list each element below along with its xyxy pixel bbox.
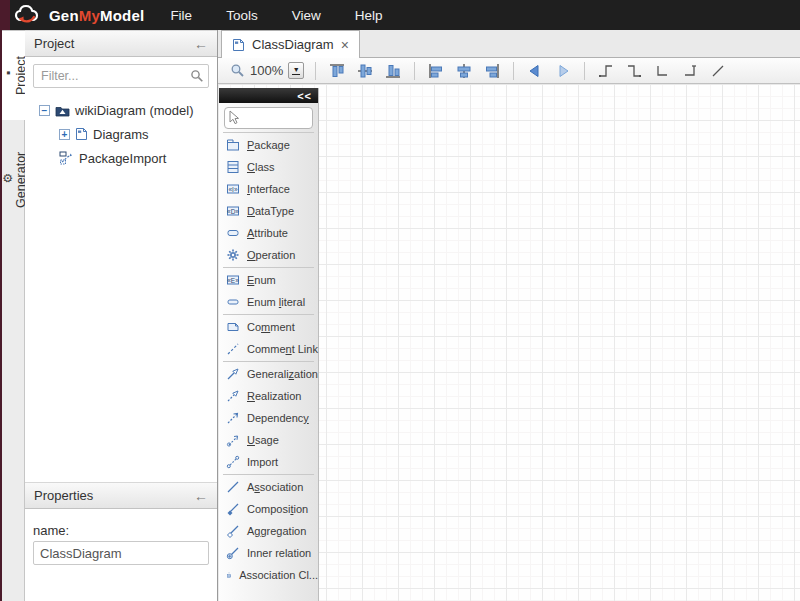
magnifier-icon <box>230 63 245 78</box>
palette-separator <box>223 314 314 315</box>
package-import-icon <box>59 151 74 165</box>
palette-item-comment-link[interactable]: Comment Link <box>219 338 318 360</box>
tree-row-model[interactable]: − wikiDiagram (model) <box>25 98 217 122</box>
realization-icon <box>226 389 240 403</box>
association-class-icon <box>226 568 232 582</box>
palette-item-operation[interactable]: Operation <box>219 244 318 266</box>
palette-item-association[interactable]: Association <box>219 476 318 498</box>
tab-close-icon[interactable]: × <box>341 38 349 52</box>
palette-separator <box>223 474 314 475</box>
palette-item-class[interactable]: Class <box>219 156 318 178</box>
route-corner-end-button[interactable] <box>678 60 702 82</box>
route-step-down-button[interactable] <box>622 60 646 82</box>
palette-item-package[interactable]: Package <box>219 134 318 156</box>
menu-tools[interactable]: Tools <box>226 8 258 23</box>
toolbar-separator <box>315 62 316 80</box>
class-icon <box>226 160 240 174</box>
palette-item-enum[interactable]: «E» Enum <box>219 269 318 291</box>
palette-separator <box>223 361 314 362</box>
palette-item-datatype[interactable]: «D» DataType <box>219 200 318 222</box>
editor-tab-bar: ClassDiagram × <box>218 30 800 58</box>
flip-right-button[interactable] <box>551 60 575 82</box>
flip-left-button[interactable] <box>523 60 547 82</box>
aggregation-icon <box>226 524 240 538</box>
app-title: GenMyModel <box>49 7 144 24</box>
collapse-properties-arrow-icon[interactable]: ← <box>194 489 208 503</box>
palette-collapse-button[interactable]: << <box>297 90 312 102</box>
palette-item-generalization[interactable]: Generalization <box>219 363 318 385</box>
usage-icon <box>226 433 240 447</box>
toolbar-separator <box>414 62 415 80</box>
palette-header: << <box>219 88 318 103</box>
route-corner-button[interactable] <box>650 60 674 82</box>
menu-help[interactable]: Help <box>355 8 383 23</box>
comment-icon <box>226 320 240 334</box>
tree-row-packageimport[interactable]: PackageImport <box>25 146 217 170</box>
palette-item-usage[interactable]: Usage <box>219 429 318 451</box>
palette-item-composition[interactable]: Composition <box>219 498 318 520</box>
import-icon <box>226 455 240 469</box>
name-input[interactable] <box>33 541 209 565</box>
palette-separator <box>223 267 314 268</box>
sidebar-tab-generator[interactable]: ⚙ Generator <box>2 121 25 239</box>
collapse-panel-arrow-icon[interactable]: ← <box>194 37 208 51</box>
selection-tool-button[interactable] <box>224 107 313 129</box>
menu-file[interactable]: File <box>170 8 192 23</box>
filter-input[interactable] <box>33 64 209 88</box>
window-left-edge <box>0 30 2 601</box>
palette-item-aggregation[interactable]: Aggregation <box>219 520 318 542</box>
diagram-tab-icon <box>232 38 245 52</box>
tree-row-diagrams[interactable]: + Diagrams <box>25 122 217 146</box>
menubar: GenMyModel File Tools View Help <box>0 0 800 30</box>
side-tab-strip: ▪ Project ⚙ Generator <box>2 30 25 601</box>
menu-list: File Tools View Help <box>170 8 382 23</box>
project-panel-title: Project <box>34 36 74 51</box>
project-icon: ▪ <box>1 68 15 80</box>
search-icon <box>190 69 204 83</box>
svg-text:«E»: «E» <box>227 277 239 284</box>
project-panel: Project ← − wikiDiagram (model) + Diagra… <box>25 30 218 601</box>
palette-item-attribute[interactable]: Attribute <box>219 222 318 244</box>
menu-view[interactable]: View <box>292 8 321 23</box>
palette-item-inner-relation[interactable]: Inner relation <box>219 542 318 564</box>
palette-separator <box>223 132 314 133</box>
cloud-logo-icon <box>14 4 44 26</box>
tab-label: ClassDiagram <box>252 37 334 52</box>
palette-item-enum-literal[interactable]: Enum literal <box>219 291 318 313</box>
align-bottom-button[interactable] <box>381 60 405 82</box>
zoom-dropdown-button[interactable]: ▼ <box>288 62 304 79</box>
align-right-button[interactable] <box>480 60 504 82</box>
align-center-button[interactable] <box>452 60 476 82</box>
enum-icon: «E» <box>226 273 240 287</box>
palette-item-comment[interactable]: Comment <box>219 316 318 338</box>
palette-item-import[interactable]: Import <box>219 451 318 473</box>
interface-icon: «I» <box>226 182 240 196</box>
properties-panel: Properties ← name: <box>25 482 217 565</box>
tool-palette: << Package Class «I» Interface «D» DataT… <box>219 88 319 601</box>
svg-text:«D»: «D» <box>227 208 239 215</box>
route-step-up-button[interactable] <box>594 60 618 82</box>
tree-label-diagrams: Diagrams <box>93 127 149 142</box>
properties-panel-header: Properties ← <box>25 482 217 509</box>
zoom-control: 100% ▼ <box>230 62 304 79</box>
inner-relation-icon <box>226 546 240 560</box>
palette-item-association-class[interactable]: Association Cl... <box>219 564 318 586</box>
tree-label-packageimport: PackageImport <box>79 151 166 166</box>
collapse-toggle-icon[interactable]: − <box>39 105 50 116</box>
palette-item-dependency[interactable]: Dependency <box>219 407 318 429</box>
toolbar-separator <box>584 62 585 80</box>
align-top-button[interactable] <box>325 60 349 82</box>
expand-toggle-icon[interactable]: + <box>59 129 70 140</box>
operation-gear-icon <box>226 248 240 262</box>
route-straight-button[interactable] <box>706 60 730 82</box>
align-left-button[interactable] <box>424 60 448 82</box>
composition-icon <box>226 502 240 516</box>
palette-item-interface[interactable]: «I» Interface <box>219 178 318 200</box>
association-icon <box>226 480 240 494</box>
tab-classdiagram[interactable]: ClassDiagram × <box>221 30 360 58</box>
properties-panel-title: Properties <box>34 488 93 503</box>
palette-item-realization[interactable]: Realization <box>219 385 318 407</box>
sidebar-tab-project[interactable]: ▪ Project <box>2 30 25 120</box>
align-middle-button[interactable] <box>353 60 377 82</box>
attribute-icon <box>226 226 240 240</box>
